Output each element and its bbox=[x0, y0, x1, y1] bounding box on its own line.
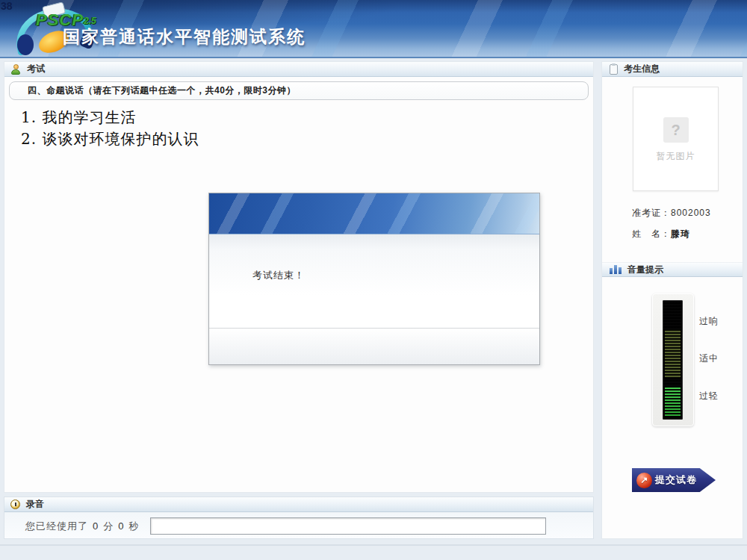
ticket-number: 8002003 bbox=[671, 208, 711, 218]
volume-meter-panel bbox=[652, 293, 694, 426]
recording-panel: 录音 您已经使用了0分0秒 bbox=[4, 497, 594, 539]
photo-placeholder: ? 暂无图片 bbox=[633, 87, 719, 191]
no-photo-caption: 暂无图片 bbox=[657, 150, 695, 163]
recording-section-label: 录音 bbox=[26, 498, 44, 511]
app-header: 38 PSCP2.5 国家普通话水平智能测试系统 bbox=[0, 0, 747, 58]
volume-bars-icon bbox=[610, 265, 622, 274]
volume-section-header: 音量提示 bbox=[602, 262, 743, 277]
elapsed-prefix: 您已经使用了 bbox=[25, 520, 88, 532]
candidate-sidebar: 考生信息 ? 暂无图片 准考证：8002003 姓 名：滕琦 音量提示 过响 适… bbox=[601, 61, 743, 539]
volume-section-label: 音量提示 bbox=[627, 264, 663, 276]
bottom-divider bbox=[0, 544, 747, 546]
page-root: { "page": { "corner_number": "38" }, "he… bbox=[0, 0, 747, 560]
exam-section-label: 考试 bbox=[27, 63, 45, 75]
question-title-bar: 四、命题说话（请在下列话题中任选一个，共40分，限时3分钟） bbox=[9, 81, 589, 100]
candidate-info-label: 考生信息 bbox=[624, 63, 660, 75]
topic-item-1: 1. 我的学习生活 bbox=[21, 107, 199, 128]
volume-meter-segments bbox=[663, 301, 682, 419]
dialog-footer bbox=[209, 329, 539, 364]
elapsed-seconds-unit: 秒 bbox=[128, 520, 139, 532]
candidate-info-header: 考生信息 bbox=[602, 62, 743, 77]
name-row: 姓 名：滕琦 bbox=[632, 228, 690, 240]
clock-icon bbox=[10, 500, 20, 509]
clipboard-icon bbox=[610, 64, 618, 75]
elapsed-minutes: 0 bbox=[88, 520, 103, 532]
volume-meter bbox=[663, 300, 683, 420]
name-label: 姓 名： bbox=[632, 228, 671, 239]
recording-progress-bar bbox=[150, 517, 546, 535]
corner-number: 38 bbox=[1, 0, 13, 12]
submit-arrow-icon: ↗ bbox=[636, 473, 652, 488]
elapsed-seconds: 0 bbox=[114, 520, 128, 532]
exam-finished-dialog: 考试结束！ bbox=[208, 193, 540, 365]
ticket-row: 准考证：8002003 bbox=[632, 207, 711, 220]
dialog-body: 考试结束！ bbox=[209, 234, 539, 329]
submit-paper-button[interactable]: ↗ 提交试卷 bbox=[632, 468, 716, 492]
no-photo-icon: ? bbox=[663, 117, 689, 143]
exam-section-header: 考试 bbox=[4, 62, 593, 77]
elapsed-time-text: 您已经使用了0分0秒 bbox=[25, 520, 139, 533]
exam-panel: 考试 四、命题说话（请在下列话题中任选一个，共40分，限时3分钟） 1. 我的学… bbox=[4, 61, 594, 493]
candidate-name: 滕琦 bbox=[671, 228, 690, 239]
ticket-label: 准考证： bbox=[632, 208, 671, 218]
dialog-banner bbox=[209, 193, 539, 234]
recording-section-header: 录音 bbox=[4, 497, 593, 512]
volume-label-too-loud: 过响 bbox=[699, 315, 719, 328]
volume-label-moderate: 适中 bbox=[699, 352, 719, 365]
topic-item-2: 2. 谈谈对环境保护的认识 bbox=[21, 128, 199, 150]
topic-list: 1. 我的学习生活 2. 谈谈对环境保护的认识 bbox=[21, 107, 199, 150]
logo-version: 2.5 bbox=[84, 16, 96, 26]
person-icon bbox=[10, 64, 21, 75]
submit-button-label: 提交试卷 bbox=[655, 473, 697, 487]
elapsed-minutes-unit: 分 bbox=[103, 520, 114, 532]
dialog-message: 考试结束！ bbox=[252, 269, 305, 282]
volume-label-too-soft: 过轻 bbox=[699, 390, 719, 402]
app-title: 国家普通话水平智能测试系统 bbox=[63, 25, 306, 49]
